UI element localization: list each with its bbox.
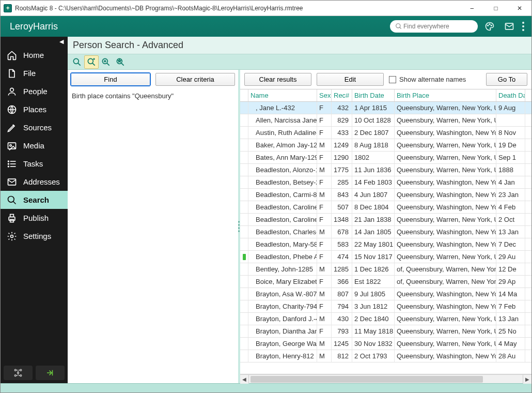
row-marker <box>240 313 248 325</box>
table-row[interactable]: Bates, Ann Mary-1290F12901802Queensbury,… <box>240 152 531 164</box>
col-death-date[interactable]: Death Date <box>496 89 525 101</box>
table-row[interactable]: Beadleston, Caroline-507F5078 Dec 1804Qu… <box>240 201 531 214</box>
svg-point-9 <box>10 144 11 146</box>
table-row[interactable]: Brayton, Danford J.-430M4302 Dec 1840Que… <box>240 313 531 325</box>
svg-point-4 <box>491 25 492 26</box>
sidebar-item-search[interactable]: Search <box>1 191 68 209</box>
table-row[interactable]: Bentley, John-1285M12851 Dec 1826of, Que… <box>240 263 531 276</box>
col-rec[interactable]: Rec# <box>332 89 352 101</box>
table-row[interactable]: Boice, Mary Elizabeth-366F366Est 1822of,… <box>240 276 531 288</box>
cell-rec: 843 <box>332 189 352 201</box>
row-marker <box>240 139 248 151</box>
find-button[interactable]: Find <box>71 73 150 86</box>
row-marker <box>240 164 248 176</box>
clear-results-button[interactable]: Clear results <box>244 73 311 86</box>
messages-button[interactable] <box>502 19 517 34</box>
cell-birth-date: 1802 <box>352 152 395 163</box>
cell-birth-date: 8 Aug 1818 <box>352 139 395 151</box>
more-menu-button[interactable] <box>521 20 525 33</box>
titlebar: ✦ RootsMagic 8 - C:\Users\harri\Document… <box>1 1 531 16</box>
table-row[interactable]: Beadleston, Mary-583F58322 May 1801Queen… <box>240 238 531 251</box>
table-row[interactable]: Austin, Ruth Adaline-433F4332 Dec 1807Qu… <box>240 127 531 139</box>
grid-header[interactable]: Name Sex Rec# Birth Date Birth Place Dea… <box>240 89 531 102</box>
col-name[interactable]: Name <box>248 89 317 101</box>
cell-rec: 1348 <box>332 214 352 225</box>
tools-button[interactable] <box>4 366 33 380</box>
scroll-right-button[interactable]: ▶ <box>523 375 531 384</box>
close-button[interactable]: ✕ <box>508 1 531 16</box>
table-row[interactable]: Brayton, Charity-794F7943 Jun 1812Queens… <box>240 300 531 313</box>
table-row[interactable]: Beadleston, Caroline L.-1348F134821 Jan … <box>240 214 531 226</box>
maximize-button[interactable]: □ <box>484 1 508 16</box>
scroll-thumb[interactable] <box>251 376 483 383</box>
global-search[interactable] <box>390 20 478 33</box>
minimize-button[interactable]: ‒ <box>460 1 484 16</box>
row-marker <box>240 338 248 350</box>
sidebar-item-publish[interactable]: Publish <box>1 209 68 227</box>
theme-button[interactable] <box>482 19 497 34</box>
table-row[interactable]: Brayton, Diantha Jane-793F79311 May 1818… <box>240 325 531 338</box>
search-advanced-button[interactable] <box>84 55 99 69</box>
cell-death-date: 29 Ap <box>496 276 525 288</box>
search-replace-button[interactable] <box>99 55 113 69</box>
search-saved-button[interactable] <box>113 55 128 69</box>
svg-point-23 <box>14 369 16 371</box>
cell-name: Beadleston, Alonzo-1775 <box>248 164 317 176</box>
table-row[interactable]: Beadleston, Charles-678M67814 Jan 1805Qu… <box>240 226 531 238</box>
scroll-left-button[interactable]: ◀ <box>240 375 249 384</box>
row-marker <box>240 201 248 213</box>
col-birth-place[interactable]: Birth Place <box>395 89 496 101</box>
col-birth-date[interactable]: Birth Date <box>352 89 395 101</box>
search-icon <box>7 195 17 205</box>
sidebar-item-media[interactable]: Media <box>1 137 68 155</box>
sidebar-item-places[interactable]: Places <box>1 100 68 118</box>
cell-birth-date: 15 Nov 1817 <box>352 251 395 263</box>
cell-name: Beadleston, Carmi-843 <box>248 189 317 201</box>
sidebar-item-people[interactable]: People <box>1 82 68 100</box>
goto-button[interactable]: Go To <box>486 73 527 86</box>
sidebar-item-tasks[interactable]: Tasks <box>1 155 68 173</box>
col-sex[interactable]: Sex <box>317 89 332 101</box>
sidebar-item-home[interactable]: Home <box>1 46 68 64</box>
pen-icon <box>7 123 17 133</box>
cell-birth-date: 22 May 1801 <box>352 238 395 250</box>
sidebar-collapse-button[interactable]: ◀ <box>1 37 68 46</box>
row-marker <box>240 102 248 114</box>
cell-sex: F <box>317 276 332 288</box>
cell-sex: M <box>317 164 332 176</box>
sidebar-item-sources[interactable]: Sources <box>1 118 68 137</box>
sidebar-item-addresses[interactable]: Addresses <box>1 173 68 191</box>
checkbox-icon <box>389 76 396 83</box>
sidebar-item-file[interactable]: File <box>1 64 68 82</box>
cell-birth-place: Queensbury, Warren, New York, United Sta… <box>395 114 496 126</box>
table-row[interactable]: Allen, Narcissa Jane-829F82910 Oct 1828Q… <box>240 114 531 127</box>
table-row[interactable]: Brayton, Henry-812M8122 Oct 1793Queensbu… <box>240 350 531 362</box>
cell-birth-date: 21 Jan 1838 <box>352 214 395 225</box>
row-marker <box>240 325 248 337</box>
sync-button[interactable] <box>36 366 65 380</box>
table-row[interactable]: Baker, Almon Jay-1249M12498 Aug 1818Quee… <box>240 139 531 152</box>
search-simple-button[interactable] <box>70 55 84 69</box>
svg-line-29 <box>78 63 81 66</box>
table-row[interactable]: Brayton, Asa W.-807M8079 Jul 1805Queensb… <box>240 288 531 300</box>
table-row[interactable]: Brayton, George Washington-1245M124530 N… <box>240 338 531 350</box>
splitter-handle[interactable] <box>238 221 240 232</box>
clear-criteria-button[interactable]: Clear criteria <box>155 73 235 86</box>
cell-birth-place: Queensbury, Warren, New York, United Sta… <box>395 214 496 225</box>
table-row[interactable]: Beadleston, Betsey-285F28514 Feb 1803Que… <box>240 176 531 189</box>
table-row[interactable]: Beadleston, Phebe Ann-474F47415 Nov 1817… <box>240 251 531 263</box>
cell-birth-place: Queensbury, Washington, New York, United… <box>395 238 496 250</box>
cell-birth-place: Queensbury, Washington, New York, United… <box>395 201 496 213</box>
table-row[interactable]: , Jane L.-432F4321 Apr 1815Queensbury, W… <box>240 102 531 114</box>
app-icon: ✦ <box>4 4 12 12</box>
alt-names-checkbox[interactable]: Show alternate names <box>389 75 466 83</box>
global-search-input[interactable] <box>402 22 470 31</box>
sidebar-item-settings[interactable]: Settings <box>1 227 68 245</box>
table-row[interactable]: Beadleston, Alonzo-1775M177511 Jun 1836Q… <box>240 164 531 176</box>
table-row[interactable]: Beadleston, Carmi-843M8434 Jun 1807Queen… <box>240 189 531 201</box>
edit-button[interactable]: Edit <box>317 73 384 86</box>
results-grid[interactable]: Name Sex Rec# Birth Date Birth Place Dea… <box>240 89 531 374</box>
cell-sex: M <box>317 338 332 350</box>
horizontal-scrollbar[interactable]: ◀ ▶ <box>240 374 531 383</box>
window-title: RootsMagic 8 - C:\Users\harri\Documents\… <box>15 5 460 12</box>
